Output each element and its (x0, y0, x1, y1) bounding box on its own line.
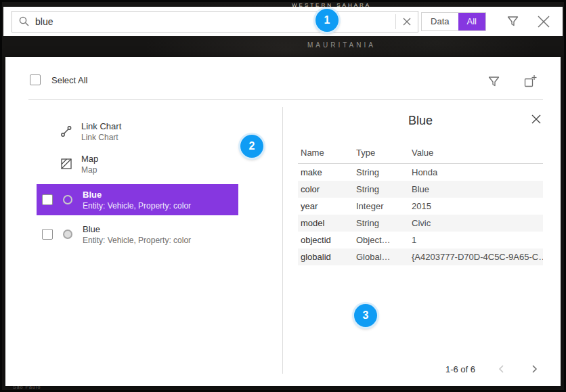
table-row: color String Blue (298, 181, 543, 198)
cell-value: Blue (409, 181, 543, 198)
cell-name: model (298, 215, 353, 232)
result-subtitle: Entity: Vehicle, Property: color (83, 236, 191, 245)
search-box (12, 11, 418, 32)
result-text: Map Map (81, 154, 98, 175)
annotation-badge-1: 1 (315, 9, 339, 32)
result-item-link-chart[interactable]: Link Chart Link Chart (37, 115, 238, 148)
cell-value: 1 (409, 232, 543, 248)
select-all-label: Select All (51, 75, 87, 85)
cell-type: Object… (353, 232, 409, 248)
cell-value: Civic (409, 215, 543, 232)
cell-name: color (298, 181, 353, 198)
clear-search-button[interactable] (396, 12, 418, 32)
detail-header: Blue (298, 111, 543, 137)
result-item-map[interactable]: Map Map (37, 148, 238, 180)
close-search-button[interactable] (534, 12, 553, 31)
result-title: Blue (83, 224, 191, 234)
result-text: Blue Entity: Vehicle, Property: color (83, 190, 191, 211)
result-checkbox[interactable] (42, 229, 53, 240)
select-all-row: Select All (30, 74, 87, 85)
header-divider (28, 99, 543, 100)
panel-divider (282, 107, 283, 374)
result-title: Link Chart (81, 121, 121, 131)
scope-all-button[interactable]: All (458, 13, 485, 30)
select-all-checkbox[interactable] (30, 74, 41, 85)
add-to-link-chart-button[interactable] (521, 72, 540, 91)
table-row: objectid Object… 1 (298, 232, 543, 248)
result-text: Link Chart Link Chart (81, 121, 121, 142)
detail-panel: Blue Name Type Value make S (298, 107, 543, 265)
result-subtitle: Map (81, 165, 98, 175)
table-row: make String Honda (298, 164, 543, 181)
result-text: Blue Entity: Vehicle, Property: color (83, 224, 191, 245)
chevron-right-icon[interactable] (528, 363, 540, 375)
result-checkbox[interactable] (42, 194, 53, 205)
result-subtitle: Link Chart (81, 133, 121, 142)
scope-data-button[interactable]: Data (422, 13, 458, 30)
app-window: WESTERN SAHARA MAURITANIA São Paulo Data… (0, 0, 566, 392)
pagination: 1-6 of 6 (445, 363, 540, 375)
annotation-badge-3: 3 (354, 304, 377, 327)
cell-name: year (298, 198, 353, 215)
cell-type: String (353, 181, 409, 198)
cell-value: {A4203777-D70D-4C5C-9A65-C… (409, 248, 543, 265)
filter-button[interactable] (504, 12, 522, 30)
cell-name: globalid (298, 248, 353, 265)
search-bar: Data All (3, 7, 563, 36)
result-item-blue-selected[interactable]: Blue Entity: Vehicle, Property: color (37, 184, 238, 215)
entity-icon (61, 230, 74, 239)
search-icon (12, 16, 35, 27)
col-header-name: Name (298, 142, 353, 164)
cell-type: String (353, 164, 409, 181)
results-list: Link Chart Link Chart Map Map Blue En (37, 115, 238, 251)
cell-type: Global… (353, 248, 409, 265)
entity-icon (61, 195, 74, 204)
map-label-mauritania: MAURITANIA (307, 41, 376, 49)
search-input[interactable] (35, 16, 395, 27)
close-detail-button[interactable] (528, 111, 544, 127)
attribute-table: Name Type Value make String Honda color … (298, 142, 543, 265)
cell-type: String (353, 215, 409, 232)
chevron-left-icon[interactable] (496, 363, 508, 375)
cell-name: objectid (298, 232, 353, 248)
col-header-type: Type (353, 142, 409, 164)
cell-value: 2015 (409, 198, 543, 215)
result-item-blue[interactable]: Blue Entity: Vehicle, Property: color (37, 218, 238, 251)
result-title: Map (81, 154, 98, 164)
result-title: Blue (83, 190, 191, 200)
cell-type: Integer (353, 198, 409, 215)
table-row: model String Civic (298, 215, 543, 232)
col-header-value: Value (409, 142, 543, 164)
panel-header-actions (485, 72, 540, 91)
result-subtitle: Entity: Vehicle, Property: color (83, 201, 191, 211)
annotation-badge-2: 2 (240, 135, 263, 158)
page-range-label: 1-6 of 6 (445, 364, 475, 374)
detail-title: Blue (298, 111, 543, 130)
results-filter-button[interactable] (485, 72, 503, 91)
table-row: year Integer 2015 (298, 198, 543, 215)
cell-name: make (298, 164, 353, 181)
search-scope-toggle: Data All (421, 12, 486, 31)
table-header-row: Name Type Value (298, 142, 543, 164)
map-icon (60, 158, 73, 170)
search-results-panel: Select All Link Chart Link Chart (5, 57, 561, 386)
link-chart-icon (60, 125, 73, 137)
cell-value: Honda (409, 164, 543, 181)
table-row: globalid Global… {A4203777-D70D-4C5C-9A6… (298, 248, 543, 265)
